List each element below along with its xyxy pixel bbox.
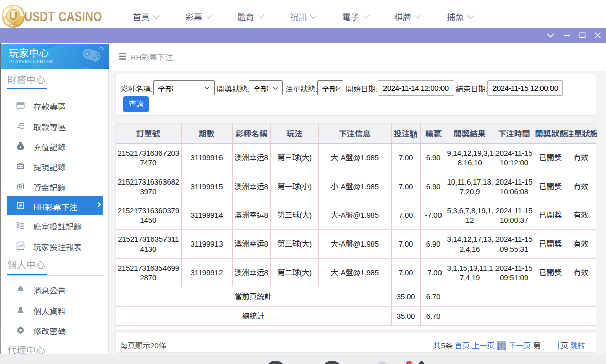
svg-text:CASINO: CASINO — [9, 23, 18, 25]
